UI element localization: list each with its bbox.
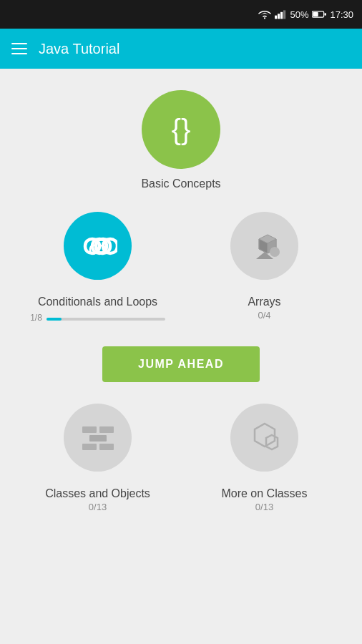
more-classes-icon[interactable] [230, 404, 298, 472]
basic-concepts-section[interactable]: {} Basic Concepts [141, 90, 220, 190]
svg-rect-6 [325, 13, 327, 15]
svg-rect-2 [278, 14, 280, 19]
status-bar: 50% 17:30 [0, 0, 362, 29]
svg-point-0 [264, 17, 265, 19]
hexagon-icon [246, 419, 283, 457]
more-classes-item[interactable]: More on Classes 0/13 [190, 404, 340, 512]
progress-bar-fill [47, 318, 62, 321]
basic-concepts-label: Basic Concepts [141, 177, 220, 190]
svg-rect-1 [275, 16, 277, 19]
classes-objects-item[interactable]: Classes and Objects 0/13 [23, 404, 173, 512]
shapes-icon [246, 228, 283, 265]
conditionals-loops-progress: 1/8 [30, 313, 42, 323]
conditionals-loops-progress-bar [47, 318, 165, 321]
battery-text: 50% [290, 9, 308, 20]
menu-button[interactable] [11, 43, 27, 54]
arrays-progress: 0/4 [258, 310, 270, 321]
row-1: ∞ Conditionals and Loops 1/8 [14, 212, 348, 325]
classes-objects-label: Classes and Objects [45, 487, 150, 500]
arrays-icon[interactable] [230, 212, 298, 280]
bricks-icon [79, 422, 117, 454]
basic-concepts-icon[interactable]: {} [142, 90, 220, 169]
svg-rect-3 [280, 12, 283, 19]
more-classes-label: More on Classes [221, 487, 307, 500]
svg-rect-4 [283, 10, 285, 19]
svg-rect-7 [313, 12, 319, 16]
conditionals-loops-icon[interactable]: ∞ [64, 212, 132, 280]
conditionals-loops-item[interactable]: ∞ Conditionals and Loops 1/8 [23, 212, 173, 325]
conditionals-loops-label: Conditionals and Loops [38, 296, 157, 308]
wifi-icon [258, 9, 271, 19]
jump-ahead-button[interactable]: JUMP AHEAD [102, 346, 260, 382]
svg-text:∞: ∞ [88, 235, 107, 257]
svg-text:{}: {} [171, 113, 190, 146]
more-classes-progress: 0/13 [255, 502, 273, 512]
svg-rect-16 [99, 426, 114, 433]
app-title: Java Tutorial [39, 41, 119, 57]
signal-icon [275, 9, 286, 19]
svg-point-14 [270, 247, 280, 257]
svg-rect-15 [82, 426, 97, 433]
braces-icon: {} [160, 109, 202, 150]
main-content: {} Basic Concepts ∞ Conditionals and Loo… [0, 69, 362, 644]
battery-icon [312, 10, 326, 19]
svg-rect-18 [82, 444, 97, 450]
time-text: 17:30 [330, 9, 353, 20]
arrays-item[interactable]: Arrays 0/4 [190, 212, 340, 321]
svg-rect-19 [99, 444, 114, 450]
top-bar: Java Tutorial [0, 29, 362, 69]
row-2: Classes and Objects 0/13 More on Classes… [14, 404, 348, 512]
svg-rect-17 [89, 435, 107, 441]
status-icons: 50% 17:30 [258, 9, 353, 20]
classes-objects-progress: 0/13 [89, 502, 107, 512]
infinity-icon: ∞ [78, 235, 117, 257]
arrays-label: Arrays [248, 296, 280, 308]
classes-objects-icon[interactable] [64, 404, 132, 472]
